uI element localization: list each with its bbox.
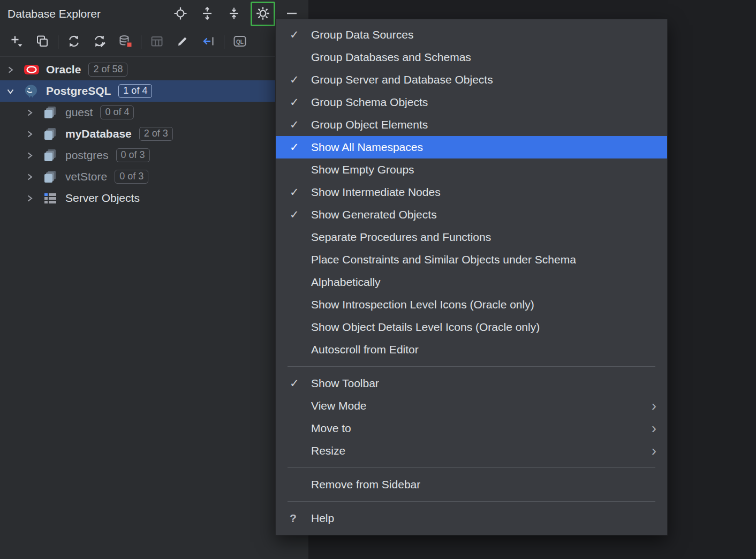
- menu-item-label: Show Introspection Level Icons (Oracle o…: [311, 298, 534, 311]
- menu-item-group-data-sources[interactable]: ✓ Group Data Sources: [276, 24, 667, 46]
- panel-toolbar: QL: [0, 28, 308, 57]
- tree-row-vetstore[interactable]: vetStore 0 of 3: [0, 166, 308, 187]
- menu-item-resize[interactable]: ✓ Resize ›: [276, 440, 667, 462]
- jump-arrow-icon: [201, 34, 215, 50]
- server-objects-icon: [43, 191, 65, 206]
- chevron-right-icon[interactable]: [6, 66, 24, 74]
- menu-item-separate-procedures-and-functions[interactable]: ✓ Separate Procedures and Functions: [276, 226, 667, 248]
- count-badge: 0 of 3: [115, 170, 148, 184]
- help-icon: ?: [290, 512, 311, 525]
- menu-item-label: Group Server and Database Objects: [311, 73, 493, 86]
- menu-item-view-mode[interactable]: ✓ View Mode ›: [276, 395, 667, 417]
- menu-separator: [288, 501, 655, 502]
- tree-item-label: PostgreSQL: [46, 85, 111, 97]
- menu-item-group-server-and-database-objects[interactable]: ✓ Group Server and Database Objects: [276, 69, 667, 91]
- menu-item-group-schema-objects[interactable]: ✓ Group Schema Objects: [276, 91, 667, 114]
- menu-item-show-generated-objects[interactable]: ✓ Show Generated Objects: [276, 203, 667, 226]
- menu-item-show-intermediate-nodes[interactable]: ✓ Show Intermediate Nodes: [276, 181, 667, 203]
- tree-row-mydatabase[interactable]: myDatabase 2 of 3: [0, 123, 308, 145]
- menu-item-alphabetically[interactable]: ✓ Alphabetically: [276, 271, 667, 293]
- tree-row-postgres[interactable]: postgres 0 of 3: [0, 145, 308, 166]
- table-icon: [150, 34, 164, 50]
- menu-item-label: Autoscroll from Editor: [311, 343, 419, 356]
- tree-item-label: myDatabase: [65, 127, 132, 140]
- checkmark-icon: ✓: [290, 118, 311, 131]
- tree-item-label: Oracle: [46, 63, 81, 76]
- menu-item-remove-from-sidebar[interactable]: ✓ Remove from Sidebar: [276, 473, 667, 496]
- chevron-down-icon[interactable]: [6, 87, 24, 95]
- menu-item-show-empty-groups[interactable]: ✓ Show Empty Groups: [276, 158, 667, 181]
- checkmark-icon: ✓: [290, 28, 311, 41]
- menu-item-autoscroll-from-editor[interactable]: ✓ Autoscroll from Editor: [276, 338, 667, 361]
- checkmark-icon: ✓: [290, 208, 311, 221]
- postgresql-elephant-icon: [24, 84, 46, 99]
- checkmark-icon: ✓: [290, 186, 311, 199]
- menu-item-help[interactable]: ? Help: [276, 507, 667, 530]
- locate-object-button[interactable]: [170, 4, 191, 24]
- count-badge: 2 of 3: [139, 127, 173, 141]
- checkmark-icon: ✓: [290, 73, 311, 86]
- menu-item-show-toolbar[interactable]: ✓ Show Toolbar: [276, 372, 667, 395]
- menu-item-place-constraints-under-schema[interactable]: ✓ Place Constraints and Similar Objects …: [276, 248, 667, 271]
- tree-row-postgresql[interactable]: PostgreSQL 1 of 4: [0, 80, 308, 102]
- tree-row-oracle[interactable]: Oracle 2 of 58: [0, 59, 308, 80]
- menu-item-show-all-namespaces[interactable]: ✓ Show All Namespaces: [276, 136, 667, 158]
- menu-item-group-databases-and-schemas[interactable]: ✓ Group Databases and Schemas: [276, 46, 667, 69]
- menu-item-label: Separate Procedures and Functions: [311, 231, 491, 244]
- submenu-arrow-icon: ›: [645, 443, 656, 458]
- duplicate-icon: [35, 34, 49, 50]
- expand-all-button[interactable]: [197, 4, 217, 24]
- count-badge: 0 of 4: [100, 105, 134, 119]
- menu-item-group-object-elements[interactable]: ✓ Group Object Elements: [276, 114, 667, 136]
- tree-row-guest[interactable]: guest 0 of 4: [0, 102, 308, 123]
- chevron-right-icon[interactable]: [26, 109, 43, 117]
- count-badge: 0 of 3: [116, 148, 150, 162]
- gear-icon: [255, 6, 270, 22]
- menu-item-show-object-details-level-icons[interactable]: ✓ Show Object Details Level Icons (Oracl…: [276, 316, 667, 338]
- query-console-button[interactable]: QL: [230, 32, 250, 52]
- settings-button[interactable]: [251, 2, 275, 26]
- database-icon: [43, 169, 65, 184]
- menu-item-label: Group Databases and Schemas: [311, 51, 471, 64]
- menu-item-label: Move to: [311, 422, 351, 435]
- menu-separator: [288, 467, 655, 468]
- duplicate-button[interactable]: [32, 32, 52, 52]
- menu-item-label: Resize: [311, 444, 345, 457]
- database-modified-icon: [118, 34, 132, 50]
- checkmark-icon: ✓: [290, 96, 311, 109]
- chevron-right-icon[interactable]: [26, 173, 43, 181]
- menu-item-label: Show Generated Objects: [311, 208, 437, 221]
- menu-item-show-introspection-level-icons[interactable]: ✓ Show Introspection Level Icons (Oracle…: [276, 293, 667, 316]
- toolbar-separator: [58, 35, 58, 49]
- target-icon: [173, 6, 187, 22]
- menu-item-label: Place Constraints and Similar Objects un…: [311, 253, 576, 266]
- refresh-button[interactable]: [64, 32, 84, 52]
- datasource-properties-button[interactable]: [115, 32, 135, 52]
- collapse-all-button[interactable]: [224, 4, 244, 24]
- open-table-button[interactable]: [147, 32, 167, 52]
- refresh-with-pencil-icon: [93, 34, 107, 50]
- edit-button[interactable]: [172, 32, 193, 52]
- pencil-icon: [176, 34, 190, 50]
- chevron-right-icon[interactable]: [26, 130, 43, 138]
- expand-all-icon: [200, 6, 214, 22]
- database-icon: [43, 105, 65, 120]
- panel-header: Database Explorer: [0, 0, 308, 28]
- menu-item-label: Show All Namespaces: [311, 141, 423, 154]
- menu-item-label: Help: [311, 512, 334, 525]
- chevron-right-icon[interactable]: [26, 152, 43, 160]
- jump-to-editor-button[interactable]: [198, 32, 218, 52]
- menu-item-move-to[interactable]: ✓ Move to ›: [276, 417, 667, 440]
- count-badge: 1 of 4: [118, 84, 152, 98]
- new-datasource-button[interactable]: [6, 32, 27, 52]
- database-tree: Oracle 2 of 58 PostgreSQL 1 of 4: [0, 57, 308, 209]
- menu-item-label: Group Schema Objects: [311, 96, 428, 109]
- ql-console-icon: QL: [233, 34, 247, 50]
- force-refresh-button[interactable]: [89, 32, 110, 52]
- checkmark-icon: ✓: [290, 377, 311, 390]
- tree-row-server-objects[interactable]: Server Objects: [0, 187, 308, 209]
- panel-title: Database Explorer: [7, 7, 164, 20]
- chevron-right-icon[interactable]: [26, 194, 43, 202]
- tree-item-label: postgres: [65, 149, 109, 162]
- checkmark-icon: ✓: [290, 141, 311, 154]
